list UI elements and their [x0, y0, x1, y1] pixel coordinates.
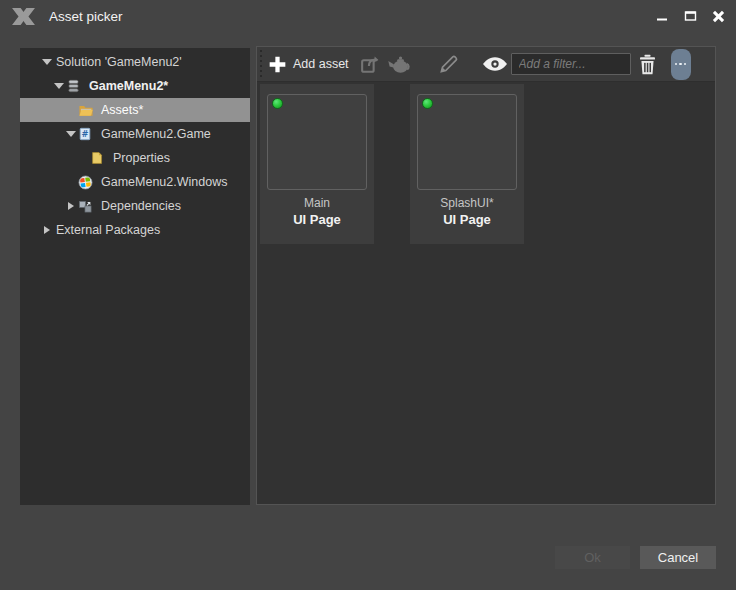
- minimize-button[interactable]: [648, 2, 676, 30]
- asset-type: UI Page: [410, 212, 524, 227]
- expander-right-icon[interactable]: [64, 199, 78, 213]
- properties-file-icon: [90, 150, 108, 166]
- asset-thumbnail: [417, 94, 517, 190]
- plus-icon: [268, 55, 287, 74]
- tree-item-gamemenu2-package[interactable]: GameMenu2*: [20, 74, 250, 98]
- more-options-button[interactable]: [671, 49, 691, 80]
- expander-spacer: [76, 151, 90, 165]
- expander-spacer: [64, 103, 78, 117]
- tree-item-label: Dependencies: [99, 199, 181, 213]
- svg-text:#: #: [82, 129, 89, 139]
- status-green-dot: [422, 98, 433, 109]
- expander-down-icon[interactable]: [52, 79, 66, 93]
- tree-item-assets[interactable]: Assets*: [20, 98, 250, 122]
- tree-item-gamemenu2-windows[interactable]: GameMenu2.Windows: [20, 170, 250, 194]
- status-green-dot: [272, 98, 283, 109]
- add-asset-label: Add asset: [293, 57, 349, 71]
- tree-item-label: GameMenu2.Game: [99, 127, 211, 141]
- windows-project-icon: [78, 174, 96, 190]
- titlebar: Asset picker: [0, 0, 736, 32]
- add-asset-button[interactable]: Add asset: [268, 55, 349, 74]
- asset-thumbnail: [267, 94, 367, 190]
- solution-explorer-panel: Solution 'GameMenu2' GameMenu2* Assets*: [20, 48, 250, 505]
- expander-spacer: [64, 175, 78, 189]
- asset-grid: Main UI Page SplashUI* UI Page: [257, 82, 715, 244]
- expander-right-icon[interactable]: [40, 223, 54, 237]
- edit-pencil-icon[interactable]: [438, 54, 459, 75]
- csharp-project-icon: #: [78, 126, 96, 142]
- add-reference-icon[interactable]: [359, 53, 382, 76]
- trash-icon[interactable]: [638, 54, 657, 75]
- close-button[interactable]: [704, 2, 732, 30]
- tree-item-gamemenu2-game[interactable]: # GameMenu2.Game: [20, 122, 250, 146]
- tree-item-dependencies[interactable]: Dependencies: [20, 194, 250, 218]
- maximize-button[interactable]: [676, 2, 704, 30]
- tree-item-label: GameMenu2.Windows: [99, 175, 227, 189]
- dependencies-icon: [78, 198, 96, 214]
- package-icon: [66, 78, 84, 94]
- asset-name: SplashUI*: [410, 196, 524, 210]
- asset-view-panel: Add asset: [256, 46, 716, 505]
- tree-item-external-packages[interactable]: External Packages: [20, 218, 250, 242]
- asset-name: Main: [260, 196, 374, 210]
- asset-tile-splashui[interactable]: SplashUI* UI Page: [410, 84, 524, 244]
- tree-item-label: GameMenu2*: [87, 79, 168, 93]
- asset-toolbar: Add asset: [257, 47, 715, 82]
- asset-tile-main[interactable]: Main UI Page: [260, 84, 374, 244]
- window-title: Asset picker: [49, 9, 123, 24]
- expander-down-icon[interactable]: [40, 55, 54, 69]
- tree-item-label: External Packages: [54, 223, 160, 237]
- filter-input[interactable]: [511, 53, 631, 75]
- tree-item-label: Properties: [111, 151, 170, 165]
- tree-item-label: Solution 'GameMenu2': [54, 55, 182, 69]
- cancel-button[interactable]: Cancel: [640, 546, 716, 569]
- stride-logo-icon: [10, 6, 37, 27]
- toolbar-grip-handle[interactable]: [259, 50, 262, 78]
- folder-open-icon: [78, 102, 96, 118]
- tree-item-properties[interactable]: Properties: [20, 146, 250, 170]
- expander-down-icon[interactable]: [64, 127, 78, 141]
- tree-item-solution[interactable]: Solution 'GameMenu2': [20, 50, 250, 74]
- tree-item-label: Assets*: [99, 103, 143, 117]
- eye-icon[interactable]: [482, 56, 508, 72]
- ok-button[interactable]: Ok: [555, 546, 630, 569]
- asset-type: UI Page: [260, 212, 374, 227]
- teapot-icon[interactable]: [387, 55, 413, 74]
- window-controls: [648, 0, 736, 32]
